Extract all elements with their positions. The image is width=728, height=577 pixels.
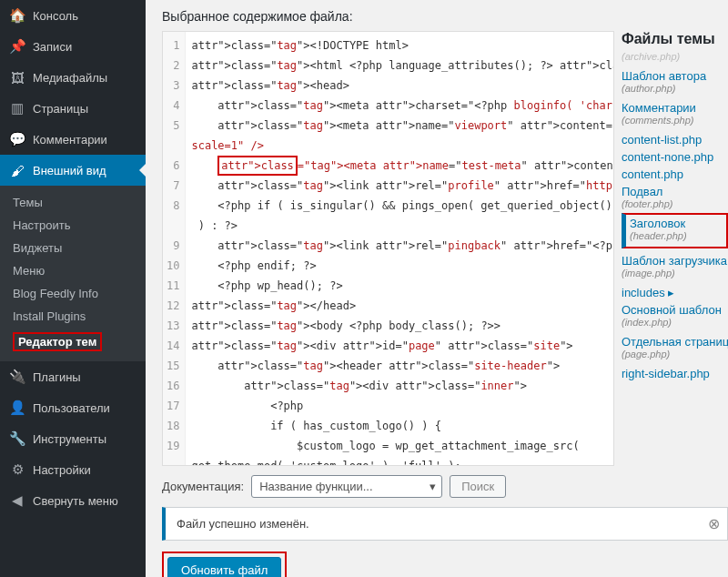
file-link[interactable]: Шаблон загрузчика изображения(image.php)	[622, 250, 728, 278]
file-link[interactable]: right-sidebar.php	[622, 363, 728, 380]
search-button[interactable]: Поиск	[450, 475, 506, 498]
file-heading: Выбранное содержимое файла:	[162, 9, 728, 24]
sidebar-label: Консоль	[33, 9, 78, 23]
files-title: Файлы темы	[622, 31, 728, 47]
settings-icon: ⚙	[9, 461, 25, 478]
media-icon: 🖼	[9, 69, 25, 86]
sidebar-item-pages[interactable]: ▥Страницы	[0, 93, 146, 124]
file-link[interactable]: Комментарии(comments.php)	[622, 97, 728, 126]
sidebar-item-collapse[interactable]: ◀Свернуть меню	[0, 485, 146, 516]
sidebar-label: Записи	[33, 40, 72, 54]
sidebar-item-appearance[interactable]: 🖌Внешний вид	[0, 155, 146, 186]
file-link[interactable]: content-none.php	[622, 147, 728, 164]
sidebar-item-console[interactable]: 🏠Консоль	[0, 0, 146, 31]
sidebar-label: Комментарии	[33, 133, 107, 147]
collapse-icon: ◀	[9, 492, 25, 509]
brush-icon: 🖌	[9, 162, 25, 178]
comment-icon: 💬	[9, 131, 25, 147]
file-link[interactable]: Заголовок(header.php)	[622, 213, 728, 248]
sidebar-item-media[interactable]: 🖼Медиафайлы	[0, 62, 146, 93]
sub-item-editor[interactable]: Редактор тем	[0, 328, 146, 356]
sub-item-customize[interactable]: Настроить	[0, 214, 146, 237]
sidebar-label: Медиафайлы	[33, 71, 107, 85]
sidebar-label: Свернуть меню	[33, 494, 118, 508]
file-link[interactable]: Основной шаблон(index.php)	[622, 299, 728, 328]
sidebar-item-posts[interactable]: 📌Записи	[0, 31, 146, 62]
admin-sidebar: 🏠Консоль 📌Записи 🖼Медиафайлы ▥Страницы 💬…	[0, 0, 146, 577]
file-link[interactable]: content.php	[622, 164, 728, 181]
sidebar-item-settings[interactable]: ⚙Настройки	[0, 454, 146, 485]
dashboard-icon: 🏠	[9, 7, 25, 24]
sub-item-blogfeedly[interactable]: Blog Feedly Info	[0, 282, 146, 305]
file-link[interactable]: (archive.php)	[622, 51, 728, 62]
sidebar-label: Настройки	[33, 463, 91, 477]
file-link[interactable]: Шаблон автора(author.php)	[622, 66, 728, 94]
notice-close-icon[interactable]: ⊗	[708, 515, 720, 532]
plugin-icon: 🔌	[9, 369, 25, 385]
sidebar-item-comments[interactable]: 💬Комментарии	[0, 124, 146, 155]
docs-label: Документация:	[162, 480, 244, 493]
sidebar-label: Пользователи	[33, 401, 110, 415]
sidebar-label: Внешний вид	[33, 164, 106, 177]
content-area: Выбранное содержимое файла: 123456789101…	[146, 0, 728, 577]
pin-icon: 📌	[9, 38, 25, 55]
sidebar-label: Страницы	[33, 102, 88, 116]
file-link[interactable]: includes ▸	[622, 282, 728, 299]
file-link[interactable]: Подвал(footer.php)	[622, 181, 728, 209]
page-icon: ▥	[9, 100, 25, 116]
sidebar-label: Инструменты	[33, 432, 106, 446]
line-gutter: 123456789101112131415161718192021	[163, 32, 186, 465]
sidebar-item-plugins[interactable]: 🔌Плагины	[0, 361, 146, 392]
sub-item-themes[interactable]: Темы	[0, 191, 146, 214]
code-content[interactable]: attr">class="tag"><!DOCTYPE html>attr">c…	[186, 32, 613, 465]
tools-icon: 🔧	[9, 430, 25, 447]
success-notice: Файл успешно изменён. ⊗	[162, 507, 728, 541]
sub-item-menus[interactable]: Меню	[0, 259, 146, 282]
users-icon: 👤	[9, 400, 25, 416]
sidebar-item-users[interactable]: 👤Пользователи	[0, 392, 146, 423]
file-link[interactable]: content-list.php	[622, 129, 728, 147]
sub-item-widgets[interactable]: Виджеты	[0, 237, 146, 259]
update-file-button[interactable]: Обновить файл	[167, 557, 281, 577]
sidebar-label: Плагины	[33, 370, 81, 384]
sub-item-install[interactable]: Install Plugins	[0, 305, 146, 328]
sidebar-submenu: Темы Настроить Виджеты Меню Blog Feedly …	[0, 186, 146, 361]
notice-text: Файл успешно изменён.	[177, 517, 309, 531]
sidebar-item-tools[interactable]: 🔧Инструменты	[0, 423, 146, 454]
function-dropdown[interactable]: Название функции...	[251, 475, 442, 498]
file-link[interactable]: Отдельная страница(page.php)	[622, 331, 728, 359]
code-editor[interactable]: 123456789101112131415161718192021 attr">…	[162, 31, 614, 466]
theme-files-panel: Файлы темы (archive.php)Шаблон автора(au…	[614, 31, 728, 466]
